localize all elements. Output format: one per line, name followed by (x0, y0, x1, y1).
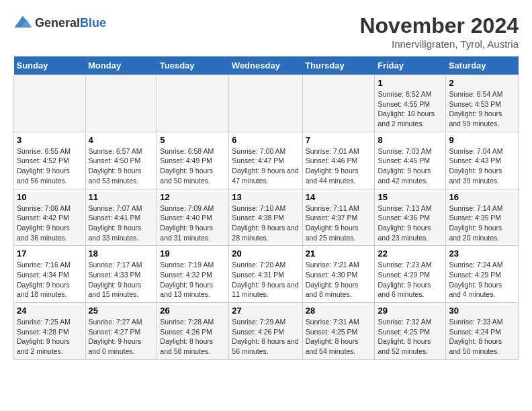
calendar-cell: 25Sunrise: 7:27 AM Sunset: 4:27 PM Dayli… (85, 303, 157, 360)
day-number: 23 (449, 248, 515, 259)
day-number: 1 (378, 78, 443, 88)
calendar-cell (14, 75, 86, 132)
calendar-cell (157, 75, 229, 132)
calendar-cell: 6Sunrise: 7:00 AM Sunset: 4:47 PM Daylig… (229, 132, 302, 189)
day-info: Sunrise: 6:57 AM Sunset: 4:50 PM Dayligh… (89, 146, 154, 186)
calendar-cell (302, 75, 375, 132)
header-saturday: Saturday (446, 56, 519, 75)
day-number: 17 (17, 248, 83, 259)
day-info: Sunrise: 6:54 AM Sunset: 4:53 PM Dayligh… (449, 89, 515, 129)
day-number: 12 (160, 192, 226, 202)
logo-blue: Blue (80, 16, 106, 30)
calendar-week-row: 10Sunrise: 7:06 AM Sunset: 4:42 PM Dayli… (14, 189, 519, 246)
day-info: Sunrise: 7:29 AM Sunset: 4:26 PM Dayligh… (232, 317, 299, 357)
calendar-cell: 3Sunrise: 6:55 AM Sunset: 4:52 PM Daylig… (14, 132, 86, 189)
calendar-cell: 11Sunrise: 7:07 AM Sunset: 4:41 PM Dayli… (85, 189, 157, 246)
calendar-cell: 26Sunrise: 7:28 AM Sunset: 4:26 PM Dayli… (157, 303, 229, 360)
calendar-cell: 5Sunrise: 6:58 AM Sunset: 4:49 PM Daylig… (157, 132, 229, 189)
calendar-cell: 29Sunrise: 7:32 AM Sunset: 4:25 PM Dayli… (375, 303, 446, 360)
title-area: November 2024 Innervillgraten, Tyrol, Au… (359, 13, 519, 50)
day-info: Sunrise: 7:33 AM Sunset: 4:24 PM Dayligh… (449, 317, 515, 357)
day-info: Sunrise: 7:20 AM Sunset: 4:31 PM Dayligh… (232, 260, 299, 300)
day-info: Sunrise: 7:25 AM Sunset: 4:28 PM Dayligh… (17, 317, 83, 357)
calendar-header-row: SundayMondayTuesdayWednesdayThursdayFrid… (14, 56, 519, 75)
calendar-cell: 21Sunrise: 7:21 AM Sunset: 4:30 PM Dayli… (302, 246, 375, 303)
day-number: 3 (17, 135, 83, 145)
day-info: Sunrise: 7:31 AM Sunset: 4:25 PM Dayligh… (306, 317, 372, 357)
calendar-cell: 8Sunrise: 7:03 AM Sunset: 4:45 PM Daylig… (375, 132, 446, 189)
day-number: 5 (160, 135, 226, 145)
calendar-cell: 15Sunrise: 7:13 AM Sunset: 4:36 PM Dayli… (375, 189, 446, 246)
calendar-cell: 20Sunrise: 7:20 AM Sunset: 4:31 PM Dayli… (229, 246, 302, 303)
calendar-cell: 27Sunrise: 7:29 AM Sunset: 4:26 PM Dayli… (229, 303, 302, 360)
day-number: 14 (306, 192, 372, 202)
header-monday: Monday (85, 56, 157, 75)
calendar-cell: 16Sunrise: 7:14 AM Sunset: 4:35 PM Dayli… (446, 189, 519, 246)
header-thursday: Thursday (302, 56, 375, 75)
day-number: 18 (89, 248, 154, 259)
day-number: 4 (89, 135, 154, 145)
calendar-cell: 1Sunrise: 6:52 AM Sunset: 4:55 PM Daylig… (375, 75, 446, 132)
page-header: General Blue November 2024 Innervillgrat… (13, 13, 519, 50)
calendar-cell: 10Sunrise: 7:06 AM Sunset: 4:42 PM Dayli… (14, 189, 86, 246)
day-number: 9 (449, 135, 515, 145)
day-info: Sunrise: 7:23 AM Sunset: 4:29 PM Dayligh… (378, 260, 443, 300)
day-number: 20 (232, 248, 299, 259)
calendar-week-row: 24Sunrise: 7:25 AM Sunset: 4:28 PM Dayli… (14, 303, 519, 360)
calendar-cell: 17Sunrise: 7:16 AM Sunset: 4:34 PM Dayli… (14, 246, 86, 303)
day-number: 10 (17, 192, 83, 202)
day-number: 26 (160, 306, 226, 316)
day-info: Sunrise: 7:13 AM Sunset: 4:36 PM Dayligh… (378, 203, 443, 243)
day-info: Sunrise: 6:52 AM Sunset: 4:55 PM Dayligh… (378, 89, 443, 129)
day-info: Sunrise: 7:17 AM Sunset: 4:33 PM Dayligh… (89, 260, 154, 300)
day-info: Sunrise: 7:11 AM Sunset: 4:37 PM Dayligh… (306, 203, 372, 243)
calendar-cell: 14Sunrise: 7:11 AM Sunset: 4:37 PM Dayli… (302, 189, 375, 246)
day-info: Sunrise: 7:14 AM Sunset: 4:35 PM Dayligh… (449, 203, 515, 243)
calendar-cell: 18Sunrise: 7:17 AM Sunset: 4:33 PM Dayli… (85, 246, 157, 303)
day-number: 16 (449, 192, 515, 202)
day-info: Sunrise: 7:04 AM Sunset: 4:43 PM Dayligh… (449, 146, 515, 186)
calendar-cell: 23Sunrise: 7:24 AM Sunset: 4:29 PM Dayli… (446, 246, 519, 303)
month-title: November 2024 (359, 13, 519, 38)
calendar-cell (229, 75, 302, 132)
day-number: 13 (232, 192, 299, 202)
calendar-cell: 19Sunrise: 7:19 AM Sunset: 4:32 PM Dayli… (157, 246, 229, 303)
day-number: 2 (449, 78, 515, 88)
calendar-cell: 4Sunrise: 6:57 AM Sunset: 4:50 PM Daylig… (85, 132, 157, 189)
day-info: Sunrise: 7:19 AM Sunset: 4:32 PM Dayligh… (160, 260, 226, 300)
day-number: 15 (378, 192, 443, 202)
day-number: 24 (17, 306, 83, 316)
calendar-week-row: 1Sunrise: 6:52 AM Sunset: 4:55 PM Daylig… (14, 75, 519, 132)
calendar-week-row: 3Sunrise: 6:55 AM Sunset: 4:52 PM Daylig… (14, 132, 519, 189)
calendar-cell: 28Sunrise: 7:31 AM Sunset: 4:25 PM Dayli… (302, 303, 375, 360)
calendar-table: SundayMondayTuesdayWednesdayThursdayFrid… (13, 56, 519, 360)
calendar-cell: 12Sunrise: 7:09 AM Sunset: 4:40 PM Dayli… (157, 189, 229, 246)
day-info: Sunrise: 7:09 AM Sunset: 4:40 PM Dayligh… (160, 203, 226, 243)
calendar-cell: 2Sunrise: 6:54 AM Sunset: 4:53 PM Daylig… (446, 75, 519, 132)
day-info: Sunrise: 7:32 AM Sunset: 4:25 PM Dayligh… (378, 317, 443, 357)
logo-icon (13, 13, 32, 32)
day-info: Sunrise: 7:10 AM Sunset: 4:38 PM Dayligh… (232, 203, 299, 243)
day-info: Sunrise: 6:55 AM Sunset: 4:52 PM Dayligh… (17, 146, 83, 186)
calendar-cell: 9Sunrise: 7:04 AM Sunset: 4:43 PM Daylig… (446, 132, 519, 189)
day-info: Sunrise: 7:27 AM Sunset: 4:27 PM Dayligh… (89, 317, 154, 357)
logo: General Blue (13, 13, 106, 32)
header-sunday: Sunday (14, 56, 86, 75)
day-info: Sunrise: 7:28 AM Sunset: 4:26 PM Dayligh… (160, 317, 226, 357)
day-info: Sunrise: 7:16 AM Sunset: 4:34 PM Dayligh… (17, 260, 83, 300)
day-number: 28 (306, 306, 372, 316)
day-number: 6 (232, 135, 299, 145)
location-title: Innervillgraten, Tyrol, Austria (359, 38, 519, 50)
day-number: 22 (378, 248, 443, 259)
calendar-cell: 30Sunrise: 7:33 AM Sunset: 4:24 PM Dayli… (446, 303, 519, 360)
calendar-cell: 13Sunrise: 7:10 AM Sunset: 4:38 PM Dayli… (229, 189, 302, 246)
calendar-cell: 7Sunrise: 7:01 AM Sunset: 4:46 PM Daylig… (302, 132, 375, 189)
calendar-cell: 22Sunrise: 7:23 AM Sunset: 4:29 PM Dayli… (375, 246, 446, 303)
calendar-cell: 24Sunrise: 7:25 AM Sunset: 4:28 PM Dayli… (14, 303, 86, 360)
day-info: Sunrise: 7:00 AM Sunset: 4:47 PM Dayligh… (232, 146, 299, 186)
day-number: 19 (160, 248, 226, 259)
day-info: Sunrise: 7:24 AM Sunset: 4:29 PM Dayligh… (449, 260, 515, 300)
day-number: 27 (232, 306, 299, 316)
day-info: Sunrise: 6:58 AM Sunset: 4:49 PM Dayligh… (160, 146, 226, 186)
header-wednesday: Wednesday (229, 56, 302, 75)
